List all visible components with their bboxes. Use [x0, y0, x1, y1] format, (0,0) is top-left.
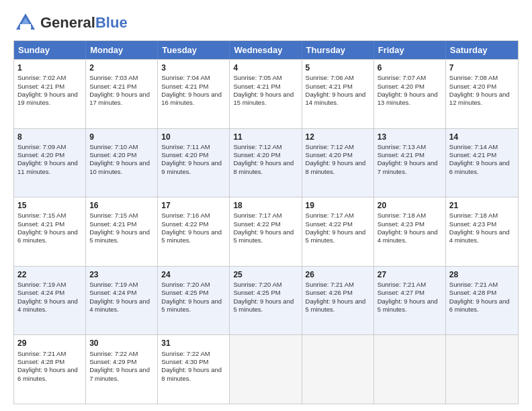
table-row: 9 Sunrise: 7:10 AM Sunset: 4:20 PM Dayli… [86, 129, 158, 197]
cell-text: Sunrise: 7:19 AM Sunset: 4:24 PM Dayligh… [89, 281, 154, 314]
cell-text: Sunrise: 7:12 AM Sunset: 4:20 PM Dayligh… [233, 143, 298, 176]
col-sunday: Sunday [14, 41, 86, 59]
day-number: 27 [378, 269, 442, 280]
table-row: 25 Sunrise: 7:20 AM Sunset: 4:25 PM Dayl… [230, 267, 302, 335]
day-number: 26 [306, 269, 370, 280]
cell-text: Sunrise: 7:21 AM Sunset: 4:28 PM Dayligh… [17, 350, 82, 383]
cell-text: Sunrise: 7:10 AM Sunset: 4:20 PM Dayligh… [89, 143, 154, 176]
table-row: 22 Sunrise: 7:19 AM Sunset: 4:24 PM Dayl… [14, 267, 86, 335]
day-number: 30 [89, 338, 154, 349]
calendar: Sunday Monday Tuesday Wednesday Thursday… [13, 40, 519, 404]
table-row [446, 335, 518, 404]
table-row: 14 Sunrise: 7:14 AM Sunset: 4:21 PM Dayl… [446, 129, 518, 197]
day-number: 28 [449, 269, 515, 280]
svg-rect-2 [20, 24, 31, 30]
cell-text: Sunrise: 7:07 AM Sunset: 4:20 PM Dayligh… [378, 74, 442, 107]
table-row: 11 Sunrise: 7:12 AM Sunset: 4:20 PM Dayl… [230, 129, 302, 197]
day-number: 7 [449, 62, 515, 73]
cell-text: Sunrise: 7:12 AM Sunset: 4:20 PM Dayligh… [306, 143, 370, 176]
day-number: 4 [233, 62, 298, 73]
day-number: 5 [306, 62, 370, 73]
day-number: 25 [233, 269, 298, 280]
table-row: 20 Sunrise: 7:18 AM Sunset: 4:23 PM Dayl… [374, 197, 446, 266]
table-row: 6 Sunrise: 7:07 AM Sunset: 4:20 PM Dayli… [374, 60, 446, 128]
table-row: 3 Sunrise: 7:04 AM Sunset: 4:21 PM Dayli… [158, 60, 230, 128]
calendar-row-2: 8 Sunrise: 7:09 AM Sunset: 4:20 PM Dayli… [14, 128, 518, 197]
table-row [302, 335, 374, 404]
day-number: 17 [161, 200, 226, 211]
cell-text: Sunrise: 7:03 AM Sunset: 4:21 PM Dayligh… [89, 74, 154, 107]
calendar-row-1: 1 Sunrise: 7:02 AM Sunset: 4:21 PM Dayli… [14, 59, 518, 128]
cell-text: Sunrise: 7:21 AM Sunset: 4:27 PM Dayligh… [378, 281, 442, 314]
table-row: 27 Sunrise: 7:21 AM Sunset: 4:27 PM Dayl… [374, 267, 446, 335]
day-number: 22 [17, 269, 82, 280]
header: GeneralBlue [13, 11, 519, 35]
day-number: 9 [89, 132, 154, 142]
table-row: 26 Sunrise: 7:21 AM Sunset: 4:26 PM Dayl… [302, 267, 374, 335]
cell-text: Sunrise: 7:18 AM Sunset: 4:23 PM Dayligh… [449, 212, 515, 244]
table-row: 30 Sunrise: 7:22 AM Sunset: 4:29 PM Dayl… [86, 335, 158, 404]
calendar-row-4: 22 Sunrise: 7:19 AM Sunset: 4:24 PM Dayl… [14, 266, 518, 335]
calendar-row-5: 29 Sunrise: 7:21 AM Sunset: 4:28 PM Dayl… [14, 334, 518, 404]
table-row: 4 Sunrise: 7:05 AM Sunset: 4:21 PM Dayli… [230, 60, 302, 128]
table-row: 2 Sunrise: 7:03 AM Sunset: 4:21 PM Dayli… [86, 60, 158, 128]
cell-text: Sunrise: 7:08 AM Sunset: 4:20 PM Dayligh… [449, 74, 515, 107]
day-number: 1 [17, 62, 82, 73]
table-row: 5 Sunrise: 7:06 AM Sunset: 4:21 PM Dayli… [302, 60, 374, 128]
col-monday: Monday [86, 41, 158, 59]
day-number: 12 [306, 132, 370, 142]
cell-text: Sunrise: 7:02 AM Sunset: 4:21 PM Dayligh… [17, 74, 82, 107]
calendar-body: 1 Sunrise: 7:02 AM Sunset: 4:21 PM Dayli… [14, 59, 518, 404]
cell-text: Sunrise: 7:20 AM Sunset: 4:25 PM Dayligh… [161, 281, 226, 314]
cell-text: Sunrise: 7:16 AM Sunset: 4:22 PM Dayligh… [161, 212, 226, 244]
table-row: 12 Sunrise: 7:12 AM Sunset: 4:20 PM Dayl… [302, 129, 374, 197]
cell-text: Sunrise: 7:17 AM Sunset: 4:22 PM Dayligh… [306, 212, 370, 244]
day-number: 6 [378, 62, 442, 73]
table-row: 7 Sunrise: 7:08 AM Sunset: 4:20 PM Dayli… [446, 60, 518, 128]
cell-text: Sunrise: 7:22 AM Sunset: 4:29 PM Dayligh… [89, 350, 154, 383]
day-number: 3 [161, 62, 226, 73]
logo-text: GeneralBlue [40, 14, 128, 32]
table-row: 19 Sunrise: 7:17 AM Sunset: 4:22 PM Dayl… [302, 197, 374, 266]
table-row: 1 Sunrise: 7:02 AM Sunset: 4:21 PM Dayli… [14, 60, 86, 128]
logo-icon [13, 11, 38, 35]
cell-text: Sunrise: 7:11 AM Sunset: 4:20 PM Dayligh… [161, 143, 226, 176]
day-number: 18 [233, 200, 298, 211]
col-tuesday: Tuesday [158, 41, 230, 59]
cell-text: Sunrise: 7:17 AM Sunset: 4:22 PM Dayligh… [233, 212, 298, 244]
table-row [230, 335, 302, 404]
cell-text: Sunrise: 7:22 AM Sunset: 4:30 PM Dayligh… [161, 350, 226, 383]
day-number: 24 [161, 269, 226, 280]
cell-text: Sunrise: 7:13 AM Sunset: 4:21 PM Dayligh… [378, 143, 442, 176]
cell-text: Sunrise: 7:15 AM Sunset: 4:21 PM Dayligh… [17, 212, 82, 244]
cell-text: Sunrise: 7:05 AM Sunset: 4:21 PM Dayligh… [233, 74, 298, 107]
cell-text: Sunrise: 7:15 AM Sunset: 4:21 PM Dayligh… [89, 212, 154, 244]
col-thursday: Thursday [302, 41, 374, 59]
page: GeneralBlue Sunday Monday Tuesday Wednes… [0, 0, 532, 411]
table-row: 24 Sunrise: 7:20 AM Sunset: 4:25 PM Dayl… [158, 267, 230, 335]
table-row: 10 Sunrise: 7:11 AM Sunset: 4:20 PM Dayl… [158, 129, 230, 197]
cell-text: Sunrise: 7:21 AM Sunset: 4:26 PM Dayligh… [306, 281, 370, 314]
day-number: 8 [17, 132, 82, 142]
cell-text: Sunrise: 7:09 AM Sunset: 4:20 PM Dayligh… [17, 143, 82, 176]
day-number: 23 [89, 269, 154, 280]
col-wednesday: Wednesday [230, 41, 302, 59]
day-number: 21 [449, 200, 515, 211]
table-row: 13 Sunrise: 7:13 AM Sunset: 4:21 PM Dayl… [374, 129, 446, 197]
table-row [374, 335, 446, 404]
cell-text: Sunrise: 7:06 AM Sunset: 4:21 PM Dayligh… [306, 74, 370, 107]
col-saturday: Saturday [446, 41, 518, 59]
table-row: 23 Sunrise: 7:19 AM Sunset: 4:24 PM Dayl… [86, 267, 158, 335]
day-number: 14 [449, 132, 515, 142]
cell-text: Sunrise: 7:14 AM Sunset: 4:21 PM Dayligh… [449, 143, 515, 176]
calendar-row-3: 15 Sunrise: 7:15 AM Sunset: 4:21 PM Dayl… [14, 197, 518, 266]
cell-text: Sunrise: 7:19 AM Sunset: 4:24 PM Dayligh… [17, 281, 82, 314]
day-number: 19 [306, 200, 370, 211]
table-row: 29 Sunrise: 7:21 AM Sunset: 4:28 PM Dayl… [14, 335, 86, 404]
day-number: 29 [17, 338, 82, 349]
day-number: 13 [378, 132, 442, 142]
cell-text: Sunrise: 7:20 AM Sunset: 4:25 PM Dayligh… [233, 281, 298, 314]
cell-text: Sunrise: 7:21 AM Sunset: 4:28 PM Dayligh… [449, 281, 515, 314]
day-number: 2 [89, 62, 154, 73]
cell-text: Sunrise: 7:18 AM Sunset: 4:23 PM Dayligh… [378, 212, 442, 244]
